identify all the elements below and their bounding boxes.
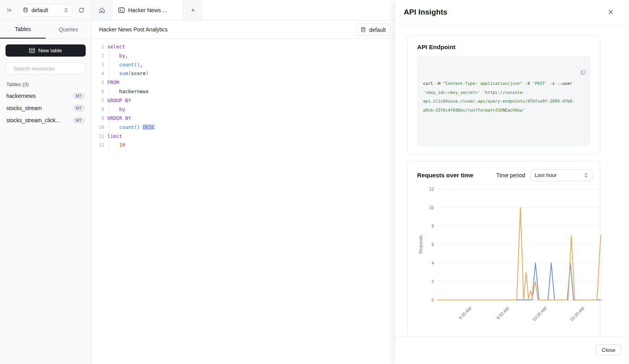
requests-chart: 0246810129:35 AM9:50 AM10:05 AM10:20 AMR… — [417, 186, 603, 332]
sidebar-header: default — [0, 0, 91, 20]
svg-text:10:05 AM: 10:05 AM — [532, 305, 548, 322]
query-title: Hacker News Post Analytics — [99, 26, 167, 33]
tab-strip-left: Hacker News ... + — [92, 0, 202, 20]
svg-text:10:20 AM: 10:20 AM — [569, 305, 585, 322]
svg-text:12: 12 — [429, 187, 434, 191]
table-row-stocks-stream[interactable]: stocks_stream MT — [6, 102, 86, 114]
svg-text:9:50 AM: 9:50 AM — [495, 305, 510, 320]
svg-text:10: 10 — [429, 205, 434, 210]
copy-button[interactable] — [550, 61, 586, 87]
table-row-stocks-stream-click[interactable]: stocks_stream_click... MT — [6, 114, 86, 126]
table-name: stocks_stream — [6, 105, 42, 111]
query-tab-label: Hacker News ... — [128, 7, 167, 13]
close-button[interactable]: Close — [596, 344, 621, 355]
app-root: default Tables Queries New table Tables … — [0, 0, 629, 364]
chevron-updown-icon — [584, 173, 588, 178]
search-input[interactable] — [13, 65, 84, 72]
query-tab[interactable]: Hacker News ... — [112, 0, 184, 20]
tab-queries[interactable]: Queries — [46, 20, 91, 39]
svg-text:2: 2 — [432, 279, 434, 284]
table-icon — [29, 48, 35, 53]
engine-badge: MT — [73, 105, 85, 112]
collapse-sidebar-button[interactable] — [5, 5, 15, 15]
panel-header: API Insights — [395, 0, 629, 24]
database-selector[interactable]: default — [19, 4, 72, 17]
new-table-button[interactable]: New table — [6, 44, 86, 57]
curl-command: curl -H "Content-Type: application/json"… — [417, 56, 590, 146]
sidebar-tabs: Tables Queries — [0, 20, 91, 39]
time-period-select[interactable]: Last hour — [530, 169, 592, 181]
api-endpoint-card: API Endpoint curl -H "Content-Type: appl… — [407, 35, 600, 154]
copy-icon — [580, 70, 586, 75]
chevron-updown-icon — [64, 7, 68, 13]
api-endpoint-title: API Endpoint — [417, 44, 590, 51]
close-panel-button[interactable] — [605, 7, 616, 17]
close-icon — [608, 9, 613, 15]
tab-tables[interactable]: Tables — [0, 20, 46, 39]
home-icon — [99, 7, 105, 13]
svg-text:8: 8 — [432, 224, 434, 228]
terminal-icon — [118, 7, 125, 13]
time-period-value: Last hour — [535, 172, 557, 178]
arrow-to-line-left-icon — [7, 7, 13, 13]
database-icon — [361, 27, 366, 32]
sidebar-body: New table Tables (3) hackernews MT stock… — [0, 39, 91, 132]
panel-footer: Close — [395, 336, 629, 364]
requests-over-time-card: Requests over time Time period Last hour… — [407, 161, 600, 336]
sidebar: default Tables Queries New table Tables … — [0, 0, 92, 364]
panel-body: API Endpoint curl -H "Content-Type: appl… — [395, 24, 629, 336]
table-row-hackernews[interactable]: hackernews MT — [6, 90, 86, 102]
svg-text:4: 4 — [432, 261, 434, 265]
table-name: hackernews — [6, 93, 36, 99]
engine-badge: MT — [73, 117, 85, 124]
time-period-label: Time period — [497, 172, 525, 178]
tables-count-label: Tables (3) — [6, 81, 85, 87]
new-table-label: New table — [38, 48, 62, 53]
svg-text:0: 0 — [432, 298, 434, 302]
svg-text:9:35 AM: 9:35 AM — [458, 305, 472, 320]
editor-database-selector[interactable]: default — [356, 24, 391, 36]
database-selector-value: default — [31, 7, 61, 13]
table-name: stocks_stream_click... — [6, 117, 60, 123]
svg-text:Requests: Requests — [418, 235, 423, 254]
time-period-control: Time period Last hour — [497, 169, 592, 181]
svg-text:6: 6 — [432, 242, 434, 247]
database-icon — [23, 7, 28, 13]
requests-card-header: Requests over time Time period Last hour — [417, 169, 600, 181]
engine-badge: MT — [73, 92, 85, 99]
refresh-icon — [78, 7, 85, 13]
panel-title: API Insights — [404, 8, 447, 17]
api-insights-panel: API Insights API Endpoint curl -H "Conte… — [395, 0, 629, 364]
refresh-button[interactable] — [76, 5, 86, 15]
editor-database-value: default — [369, 27, 386, 33]
requests-card-title: Requests over time — [417, 172, 473, 179]
search-box[interactable] — [6, 63, 86, 74]
home-button[interactable] — [92, 0, 112, 20]
new-tab-button[interactable]: + — [184, 0, 202, 20]
